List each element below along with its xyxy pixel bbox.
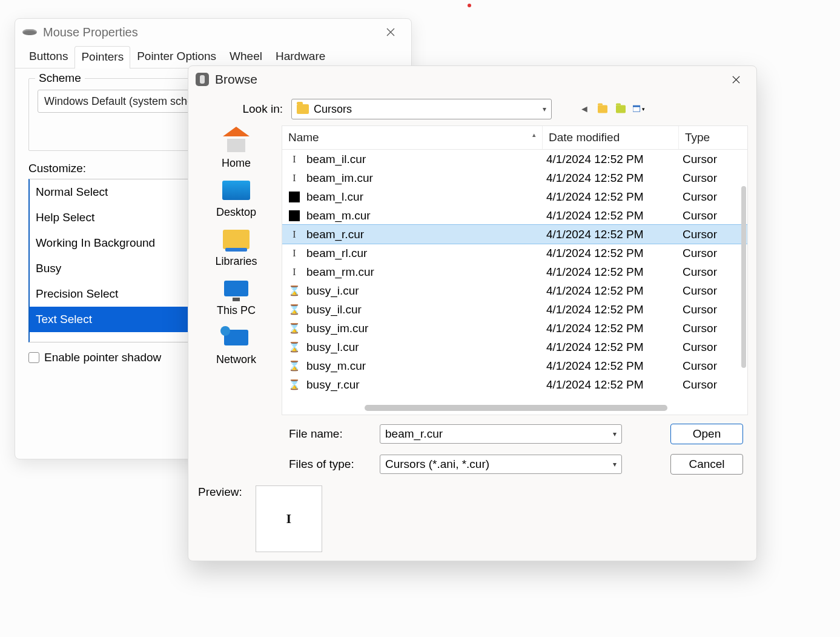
file-name: beam_m.cur [306, 209, 371, 222]
place-this-pc[interactable]: This PC [197, 275, 276, 321]
file-row[interactable]: Ibeam_rl.cur4/1/2024 12:52 PMCursor [282, 244, 747, 262]
browse-close-button[interactable] [723, 66, 749, 93]
tab-wheel[interactable]: Wheel [223, 45, 269, 68]
file-name: beam_im.cur [306, 172, 373, 185]
mouse-properties-title: Mouse Properties [43, 25, 138, 39]
col-name[interactable]: Name ▴ [282, 126, 543, 149]
file-row[interactable]: ⌛busy_l.cur4/1/2024 12:52 PMCursor [282, 338, 747, 356]
ibeam-icon: I [288, 247, 300, 259]
file-name-cell: ⌛busy_i.cur [286, 284, 546, 298]
file-type: Cursor [683, 228, 747, 241]
file-type-label: Files of type: [289, 458, 380, 471]
horizontal-scrollbar[interactable] [365, 405, 667, 411]
file-name-cell: Ibeam_il.cur [286, 153, 546, 166]
file-row[interactable]: Ibeam_r.cur4/1/2024 12:52 PMCursor [282, 225, 747, 244]
file-row[interactable]: Ibeam_im.cur4/1/2024 12:52 PMCursor [282, 168, 747, 187]
ibeam-cursor-icon: I [286, 511, 292, 527]
file-row[interactable]: Ibeam_il.cur4/1/2024 12:52 PMCursor [282, 150, 747, 168]
browse-titlebar[interactable]: Browse [188, 66, 756, 93]
file-name-cell: ⌛busy_im.cur [286, 322, 546, 335]
col-date[interactable]: Date modified [543, 126, 679, 149]
file-type-value: Cursors (*.ani, *.cur) [385, 458, 489, 471]
file-row[interactable]: ⌛busy_i.cur4/1/2024 12:52 PMCursor [282, 281, 747, 300]
view-menu-icon[interactable]: ▾ [633, 103, 645, 115]
close-button[interactable] [377, 19, 404, 45]
tab-buttons[interactable]: Buttons [22, 45, 74, 68]
file-row[interactable]: ⌛busy_m.cur4/1/2024 12:52 PMCursor [282, 356, 747, 375]
file-date: 4/1/2024 12:52 PM [546, 322, 683, 335]
file-name: beam_rm.cur [306, 265, 374, 279]
tab-pointers[interactable]: Pointers [74, 46, 130, 68]
up-icon[interactable] [597, 103, 609, 115]
file-date: 4/1/2024 12:52 PM [546, 303, 683, 316]
file-rows[interactable]: Ibeam_il.cur4/1/2024 12:52 PMCursorIbeam… [282, 150, 747, 404]
nav-icons: ◄ ▾ [578, 103, 645, 115]
file-row[interactable]: ⌛busy_il.cur4/1/2024 12:52 PMCursor [282, 300, 747, 319]
chevron-down-icon: ▾ [543, 105, 546, 113]
file-type-select[interactable]: Cursors (*.ani, *.cur) ▾ [380, 455, 622, 474]
place-label: Home [222, 157, 251, 169]
scheme-value: Windows Default (system scheme) [44, 95, 212, 108]
vertical-scrollbar[interactable] [741, 186, 746, 368]
file-name: beam_r.cur [306, 228, 364, 241]
mouse-properties-titlebar[interactable]: Mouse Properties [15, 19, 411, 45]
column-headers[interactable]: Name ▴ Date modified Type [282, 126, 747, 150]
enable-shadow-label: Enable pointer shadow [44, 351, 161, 364]
file-name-input[interactable]: beam_r.cur ▾ [380, 424, 622, 444]
places-bar: Home Desktop Libraries This PC Network [197, 125, 276, 415]
preview-label: Preview: [198, 485, 242, 499]
file-row[interactable]: ⌛busy_r.cur4/1/2024 12:52 PMCursor [282, 375, 747, 394]
file-type: Cursor [683, 209, 747, 222]
hourglass-icon: ⌛ [288, 285, 300, 297]
file-name-cell: Ibeam_rm.cur [286, 265, 546, 279]
file-date: 4/1/2024 12:52 PM [546, 378, 683, 392]
tab-pointer-options[interactable]: Pointer Options [130, 45, 223, 68]
col-type[interactable]: Type [679, 126, 747, 149]
preview-box: I [256, 485, 322, 552]
open-button[interactable]: Open [670, 424, 743, 444]
file-type: Cursor [683, 284, 747, 298]
hourglass-icon: ⌛ [288, 304, 300, 316]
place-desktop[interactable]: Desktop [197, 177, 276, 222]
file-name-cell: ⌛busy_m.cur [286, 359, 546, 373]
file-row[interactable]: ⌛busy_im.cur4/1/2024 12:52 PMCursor [282, 319, 747, 338]
black-cursor-icon [288, 191, 300, 203]
file-date: 4/1/2024 12:52 PM [546, 341, 683, 354]
ibeam-icon: I [288, 228, 300, 241]
svg-rect-1 [633, 105, 640, 107]
new-folder-icon[interactable] [615, 103, 627, 115]
file-type: Cursor [683, 153, 747, 166]
preview-area: Preview: I [188, 475, 756, 561]
file-type: Cursor [683, 247, 747, 260]
file-name-cell: ⌛busy_l.cur [286, 341, 546, 354]
tab-hardware[interactable]: Hardware [269, 45, 332, 68]
file-type: Cursor [683, 322, 747, 335]
back-icon[interactable]: ◄ [578, 103, 590, 115]
file-date: 4/1/2024 12:52 PM [546, 190, 683, 204]
file-name: busy_r.cur [306, 378, 360, 392]
scheme-group-label: Scheme [35, 72, 85, 85]
ibeam-icon: I [288, 172, 300, 184]
file-name: busy_m.cur [306, 359, 366, 373]
file-type: Cursor [683, 265, 747, 279]
file-type: Cursor [683, 172, 747, 185]
file-name-label: File name: [289, 427, 380, 441]
browse-title: Browse [215, 72, 257, 87]
black-cursor-icon [288, 210, 300, 222]
file-row[interactable]: Ibeam_rm.cur4/1/2024 12:52 PMCursor [282, 262, 747, 281]
place-libraries[interactable]: Libraries [197, 226, 276, 272]
enable-shadow-checkbox[interactable] [28, 352, 39, 363]
place-network[interactable]: Network [197, 324, 276, 370]
mouse-device-icon [196, 73, 209, 86]
file-row[interactable]: beam_l.cur4/1/2024 12:52 PMCursor [282, 187, 747, 206]
file-date: 4/1/2024 12:52 PM [546, 265, 683, 279]
file-row[interactable]: beam_m.cur4/1/2024 12:52 PMCursor [282, 206, 747, 225]
chevron-down-icon: ▾ [613, 460, 617, 469]
file-name: busy_i.cur [306, 284, 359, 298]
browse-toolbar: Look in: Cursors ▾ ◄ ▾ [188, 93, 756, 123]
file-name-cell: ⌛busy_il.cur [286, 303, 546, 316]
place-home[interactable]: Home [197, 128, 276, 173]
place-label: Network [216, 353, 256, 365]
look-in-select[interactable]: Cursors ▾ [291, 99, 552, 119]
cancel-button[interactable]: Cancel [670, 454, 743, 475]
